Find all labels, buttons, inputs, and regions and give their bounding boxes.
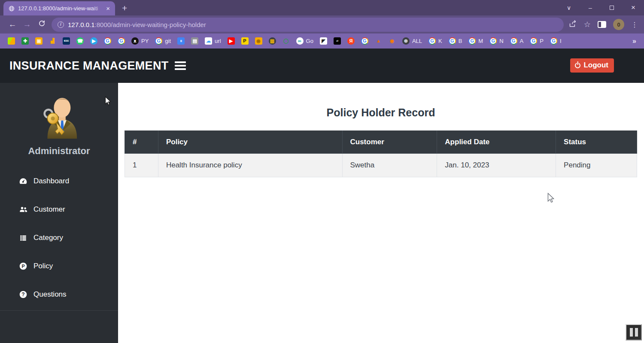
table-cell: Pending xyxy=(556,154,637,177)
forward-icon[interactable]: → xyxy=(20,20,34,29)
browser-kebab-menu-icon[interactable]: ⋮ xyxy=(631,21,638,29)
bookmark-google-icon[interactable]: GM xyxy=(468,37,483,45)
google-icon: G xyxy=(361,37,368,45)
bookmark-cl-icon[interactable]: cl xyxy=(334,37,341,45)
browser-tab[interactable]: 127.0.0.1:8000/admin-view-waiti × xyxy=(3,1,115,15)
bookmark-star-icon[interactable]: ☆ xyxy=(584,20,591,29)
bookmark-analytics-icon[interactable]: ▟ xyxy=(49,37,56,45)
bookmark-godaddy-icon[interactable]: ∞Go xyxy=(296,37,313,45)
bookmark-google-icon[interactable]: GN xyxy=(489,37,503,45)
share-icon[interactable] xyxy=(569,20,577,29)
bookmark-label: M xyxy=(478,38,483,44)
address-bar[interactable]: i 127.0.0.1:8000/admin-view-waiting-poli… xyxy=(52,18,564,32)
bookmark-green-ring-icon[interactable]: ◯ xyxy=(283,37,290,45)
bookmark-google-icon[interactable]: G xyxy=(118,37,125,45)
python-icon: P xyxy=(241,37,249,45)
bookmarks-overflow-chevron-icon[interactable]: » xyxy=(632,37,636,45)
bookmark-label: P xyxy=(540,38,544,44)
cart-icon: ▥ xyxy=(269,37,276,45)
bookmark-adsense-icon[interactable] xyxy=(8,37,15,45)
google-icon: G xyxy=(428,37,436,45)
bookmark-briefcase-icon[interactable]: ▤ xyxy=(191,37,198,45)
bookmark-barcode-icon[interactable]: ||| xyxy=(177,37,185,45)
bookmark-google-icon[interactable]: GI xyxy=(550,37,562,45)
bookmark-sheets-icon[interactable]: ✚ xyxy=(21,37,29,45)
bookmark-globe-icon[interactable]: ⊕ALL xyxy=(402,37,422,45)
site-info-icon[interactable]: i xyxy=(58,21,64,28)
green-ring-icon: ◯ xyxy=(283,37,290,45)
back-icon[interactable]: ← xyxy=(5,20,20,29)
administrator-avatar xyxy=(34,136,85,143)
bookmark-cloud-icon[interactable]: ☁url xyxy=(205,37,221,45)
bookmark-photos-icon[interactable]: ▣ xyxy=(35,37,43,45)
sidebar-item-label: Policy xyxy=(33,262,53,270)
google-icon: G xyxy=(550,37,557,45)
bookmark-label: A xyxy=(520,38,524,44)
policy-icon: P xyxy=(19,262,27,270)
sidebar-item-questions[interactable]: ?Questions xyxy=(0,280,118,309)
table-cell: Jan. 10, 2023 xyxy=(437,154,556,177)
sidebar-item-category[interactable]: Category xyxy=(0,224,118,252)
bookmark-whatsapp-icon[interactable]: ☎ xyxy=(76,37,84,45)
bookmark-movie-camera-icon[interactable]: ◉ xyxy=(255,37,262,45)
logout-button[interactable]: Logout xyxy=(570,58,614,73)
bookmark-google-icon[interactable]: Ggit xyxy=(155,37,171,45)
side-panel-icon[interactable] xyxy=(598,21,606,28)
bookmark-google-icon[interactable]: GK xyxy=(428,37,442,45)
bookmark-matlab-icon[interactable]: ▲ xyxy=(375,37,382,45)
analytics-icon: ▟ xyxy=(49,37,56,45)
sidebar-divider xyxy=(0,310,118,311)
bookmark-github-icon[interactable]: ᴥPY xyxy=(131,37,149,45)
sidebar-item-label: Dashboard xyxy=(33,177,69,185)
eye-icon: ◉ xyxy=(389,37,396,45)
bookmark-ieee-icon[interactable]: IEEE xyxy=(63,37,70,45)
bookmark-cart-icon[interactable]: ▥ xyxy=(269,37,276,45)
sidebar-item-customer[interactable]: Customer xyxy=(0,195,118,224)
google-icon: G xyxy=(489,37,497,45)
hamburger-menu-icon[interactable] xyxy=(175,61,186,70)
google-icon: G xyxy=(530,37,537,45)
sidebar-item-policy[interactable]: PPolicy xyxy=(0,252,118,280)
bookmark-google-icon[interactable]: G xyxy=(104,37,111,45)
bookmark-yandex-icon[interactable]: Я xyxy=(347,37,355,45)
bookmark-google-icon[interactable]: G xyxy=(361,37,368,45)
tachometer-icon xyxy=(19,177,27,185)
new-tab-button[interactable]: + xyxy=(122,4,127,12)
profile-avatar[interactable]: 0 xyxy=(613,19,624,30)
google-icon: G xyxy=(155,37,162,45)
bookmark-telegram-icon[interactable]: ▶ xyxy=(90,37,97,45)
bookmark-eye-icon[interactable]: ◉ xyxy=(389,37,396,45)
reload-icon[interactable] xyxy=(34,20,49,29)
bookmark-google-icon[interactable]: GB xyxy=(449,37,462,45)
adsense-icon xyxy=(8,37,15,45)
browser-menu-chevron-icon[interactable]: ∨ xyxy=(558,4,580,11)
tab-close-icon[interactable]: × xyxy=(104,5,112,12)
recorder-pause-button[interactable] xyxy=(626,324,642,340)
cloud-icon: ☁ xyxy=(205,37,212,45)
telegram-icon: ▶ xyxy=(90,37,97,45)
table-cell: Health Insurance policy xyxy=(158,154,342,177)
close-icon[interactable]: × xyxy=(623,3,644,12)
minimize-icon[interactable]: – xyxy=(580,4,601,11)
bookmark-python-icon[interactable]: P xyxy=(241,37,249,45)
column-header: Applied Date xyxy=(437,131,556,154)
bookmark-eagle-icon[interactable]: ◤ xyxy=(320,37,327,45)
tab-title: 127.0.0.1:8000/admin-view-waiti xyxy=(18,5,104,12)
role-name: Administrator xyxy=(0,146,118,157)
bookmark-label: ALL xyxy=(412,38,422,44)
column-header: # xyxy=(125,131,158,154)
page-title: Policy Holder Record xyxy=(125,106,637,119)
google-icon: G xyxy=(104,37,111,45)
eagle-icon: ◤ xyxy=(320,37,327,45)
bookmark-label: Go xyxy=(306,38,313,44)
globe-favicon-icon xyxy=(9,6,15,12)
bookmark-label: B xyxy=(459,38,462,44)
photos-icon: ▣ xyxy=(35,37,43,45)
sidebar-item-dashboard[interactable]: Dashboard xyxy=(0,167,118,195)
bookmark-google-icon[interactable]: GA xyxy=(510,37,524,45)
bookmark-label: git xyxy=(165,38,171,44)
app-title: INSURANCE MANAGEMENT xyxy=(9,59,169,73)
bookmark-youtube-icon[interactable]: ▶ xyxy=(228,37,235,45)
restore-icon[interactable] xyxy=(601,4,623,11)
bookmark-google-icon[interactable]: GP xyxy=(530,37,544,45)
